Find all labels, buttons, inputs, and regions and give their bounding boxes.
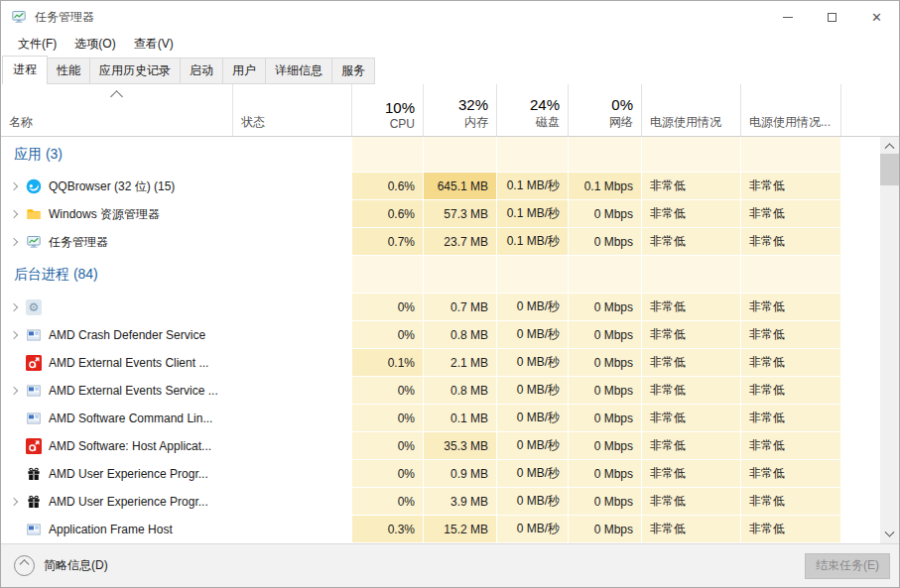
- cpu-total-percent: 10%: [360, 99, 415, 116]
- process-group-header[interactable]: 后台进程 (84): [1, 256, 880, 294]
- process-network-value: 0 Mbps: [569, 294, 642, 321]
- process-name: AMD Software Command Lin...: [49, 412, 212, 425]
- group-label: 应用 (3): [11, 146, 63, 164]
- minimize-icon: [783, 17, 793, 18]
- process-network-value: 0 Mbps: [569, 432, 642, 460]
- process-row[interactable]: AMD External Events Client ... 0.1% 2.1 …: [1, 349, 880, 377]
- process-row[interactable]: ⚙ 0% 0.7 MB 0 MB/秒 0 Mbps 非常低 非常低: [1, 294, 880, 321]
- tab-services[interactable]: 服务: [331, 58, 375, 84]
- menu-options[interactable]: 选项(O): [65, 34, 124, 55]
- scroll-down-icon: [885, 528, 895, 537]
- process-power-value: 非常低: [642, 516, 741, 543]
- tab-details[interactable]: 详细信息: [265, 58, 332, 84]
- column-header-network[interactable]: 0% 网络: [569, 84, 642, 136]
- menu-file[interactable]: 文件(F): [9, 34, 65, 55]
- process-network-value: 0 Mbps: [569, 488, 642, 516]
- process-memory-value: 0.1 MB: [424, 405, 497, 432]
- column-header-name[interactable]: 名称: [1, 84, 233, 136]
- process-network-value: 0 Mbps: [569, 460, 642, 488]
- expand-chevron-icon[interactable]: [10, 331, 18, 339]
- process-network-value: 0 Mbps: [569, 377, 642, 405]
- expand-chevron-icon[interactable]: [10, 182, 18, 190]
- expand-chevron-icon[interactable]: [10, 387, 18, 395]
- process-status: [233, 200, 352, 228]
- column-header-power[interactable]: 电源使用情况: [642, 84, 741, 136]
- process-name: Application Frame Host: [49, 523, 173, 536]
- process-power-trend-value: 非常低: [741, 488, 841, 516]
- process-cpu-value: 0.6%: [352, 173, 424, 200]
- vertical-scrollbar[interactable]: [880, 137, 899, 543]
- process-memory-value: 2.1 MB: [424, 349, 497, 377]
- process-cpu-value: 0.6%: [352, 200, 424, 228]
- process-row[interactable]: AMD External Events Service ... 0% 0.8 M…: [1, 377, 880, 405]
- column-header-blank: [841, 84, 899, 136]
- expand-chevron-icon[interactable]: [10, 498, 18, 506]
- process-row[interactable]: QQBrowser (32 位) (15) 0.6% 645.1 MB 0.1 …: [1, 173, 880, 200]
- column-header-row: 名称 状态 10% CPU 32% 内存 24% 磁盘 0% 网络 电源使用情况…: [1, 84, 899, 137]
- process-memory-value: 3.9 MB: [424, 488, 497, 516]
- expand-chevron-icon[interactable]: [10, 303, 18, 311]
- process-icon: [26, 178, 42, 194]
- process-power-value: 非常低: [642, 377, 741, 405]
- process-row[interactable]: AMD Crash Defender Service 0% 0.8 MB 0 M…: [1, 321, 880, 349]
- tab-app-history[interactable]: 应用历史记录: [89, 58, 181, 84]
- minimize-button[interactable]: [765, 1, 810, 33]
- task-manager-app-icon: [11, 9, 27, 25]
- process-icon: [26, 438, 42, 454]
- process-disk-value: 0 MB/秒: [497, 377, 569, 405]
- process-name: AMD Software: Host Applicat...: [49, 439, 211, 453]
- process-network-value: 0 Mbps: [569, 516, 642, 543]
- process-name: AMD Crash Defender Service: [49, 328, 205, 342]
- process-power-trend-value: 非常低: [741, 349, 841, 377]
- title-bar[interactable]: 任务管理器 ✕: [1, 1, 899, 33]
- maximize-button[interactable]: [810, 1, 854, 33]
- column-header-disk[interactable]: 24% 磁盘: [497, 84, 569, 136]
- column-header-power-trend[interactable]: 电源使用情况...: [741, 84, 841, 136]
- process-row[interactable]: AMD Software Command Lin... 0% 0.1 MB 0 …: [1, 405, 880, 432]
- column-header-cpu[interactable]: 10% CPU: [352, 84, 424, 136]
- process-power-trend-value: 非常低: [741, 432, 841, 460]
- close-button[interactable]: ✕: [854, 1, 899, 33]
- process-network-value: 0.1 Mbps: [569, 173, 642, 200]
- end-task-button[interactable]: 结束任务(E): [805, 553, 890, 579]
- process-cpu-value: 0.7%: [352, 228, 424, 256]
- process-disk-value: 0.1 MB/秒: [497, 228, 569, 256]
- scrollbar-down-button[interactable]: [880, 527, 899, 543]
- process-row[interactable]: Application Frame Host 0.3% 15.2 MB 0 MB…: [1, 516, 880, 543]
- column-header-status[interactable]: 状态: [233, 84, 352, 136]
- process-memory-value: 15.2 MB: [424, 516, 497, 543]
- process-row[interactable]: AMD User Experience Progr... 0% 3.9 MB 0…: [1, 488, 880, 516]
- process-power-trend-value: 非常低: [741, 173, 841, 200]
- fewer-details-label: 简略信息(D): [44, 557, 108, 574]
- process-status: [233, 516, 352, 543]
- process-icon: [26, 522, 42, 537]
- process-power-value: 非常低: [642, 460, 741, 488]
- scrollbar-up-button[interactable]: [880, 137, 899, 154]
- tab-performance[interactable]: 性能: [47, 58, 90, 84]
- window-title: 任务管理器: [35, 9, 94, 26]
- expand-chevron-icon[interactable]: [10, 210, 18, 218]
- process-disk-value: 0 MB/秒: [497, 432, 569, 460]
- tab-users[interactable]: 用户: [222, 58, 266, 84]
- menu-view[interactable]: 查看(V): [125, 34, 183, 55]
- process-network-value: 0 Mbps: [569, 200, 642, 228]
- process-cpu-value: 0%: [352, 488, 424, 516]
- process-disk-value: 0 MB/秒: [497, 460, 569, 488]
- process-status: [233, 349, 352, 377]
- column-header-memory[interactable]: 32% 内存: [424, 84, 497, 136]
- process-row[interactable]: AMD Software: Host Applicat... 0% 35.3 M…: [1, 432, 880, 460]
- process-status: [233, 432, 352, 460]
- expand-chevron-icon[interactable]: [10, 238, 18, 246]
- network-total-percent: 0%: [577, 96, 633, 113]
- process-icon: [26, 206, 42, 222]
- process-row[interactable]: Windows 资源管理器 0.6% 57.3 MB 0.1 MB/秒 0 Mb…: [1, 200, 880, 228]
- process-group-header[interactable]: 应用 (3): [1, 137, 880, 173]
- process-row[interactable]: 任务管理器 0.7% 23.7 MB 0.1 MB/秒 0 Mbps 非常低 非…: [1, 228, 880, 256]
- process-network-value: 0 Mbps: [569, 228, 642, 256]
- process-row[interactable]: AMD User Experience Progr... 0% 0.9 MB 0…: [1, 460, 880, 488]
- process-network-value: 0 Mbps: [569, 349, 642, 377]
- tab-processes[interactable]: 进程: [2, 56, 48, 84]
- fewer-details-toggle[interactable]: 简略信息(D): [14, 555, 108, 576]
- scrollbar-thumb[interactable]: [880, 154, 899, 185]
- tab-startup[interactable]: 启动: [180, 58, 223, 84]
